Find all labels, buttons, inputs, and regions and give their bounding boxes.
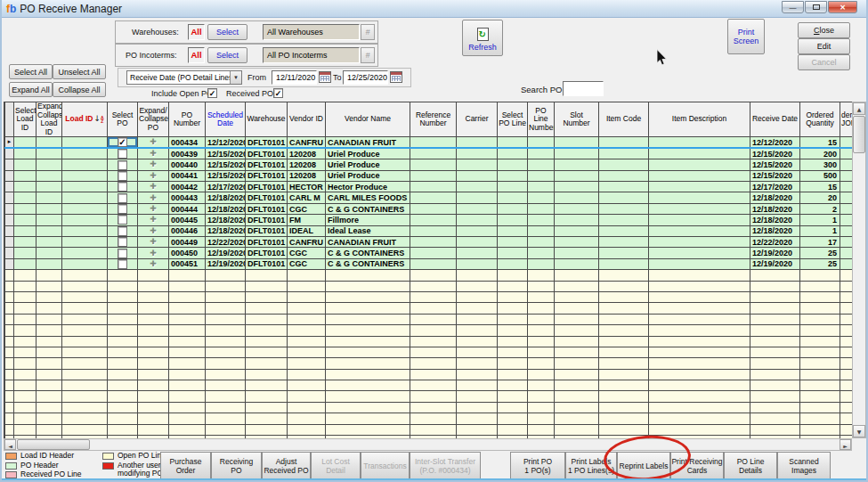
column-header-expand-collapse-po[interactable]: Expand/ Collapse PO [138, 102, 169, 137]
print-labels-1-po-lines-s-button[interactable]: Print Labels1 PO Lines(s) [565, 452, 617, 479]
print-screen-button[interactable]: Print Screen [727, 19, 765, 54]
received-po-checkbox[interactable]: ✓ [273, 88, 283, 98]
column-header-po-number[interactable]: PO Number [169, 102, 206, 137]
select-po-checkbox[interactable] [118, 215, 127, 225]
column-header-item-code[interactable]: Item Code [599, 102, 649, 137]
select-po-checkbox[interactable] [118, 226, 127, 236]
print-po-1-po-s-button[interactable]: Print PO1 PO(s) [510, 452, 565, 479]
adjust-received-po-button[interactable]: AdjustReceived PO [262, 452, 311, 479]
cell-carrier [457, 225, 498, 236]
select-po-checkbox[interactable] [118, 249, 127, 258]
expand-collapse-icon[interactable]: ✚ [150, 204, 157, 214]
po-grid-row[interactable]: ✚ 000444 12/18/2020 DFLT0101 CGC C & G C… [5, 203, 853, 214]
to-date-input[interactable] [343, 70, 388, 85]
select-po-checkbox[interactable] [118, 204, 127, 214]
unselect-all-button[interactable]: Unselect All [53, 64, 106, 79]
column-header-item-description[interactable]: Item Description [649, 102, 750, 137]
select-po-checkbox[interactable] [118, 149, 127, 159]
horizontal-scrollbar[interactable]: ◄ ► [4, 438, 852, 451]
select-po-checkbox[interactable] [118, 237, 127, 247]
expand-collapse-icon[interactable]: ✚ [150, 193, 157, 203]
include-open-po-checkbox[interactable]: ✓ [207, 88, 217, 98]
select-po-checkbox[interactable] [118, 171, 127, 181]
po-grid-row[interactable]: ✚ 000451 12/19/2020 DFLT0101 CGC C & G C… [5, 258, 853, 269]
minimize-button[interactable]: — [782, 1, 804, 13]
column-header-vendor-name[interactable]: Vendor Name [326, 102, 410, 137]
expand-collapse-icon[interactable]: ✚ [150, 182, 157, 192]
column-header-ordered-uom-partial[interactable]: der JOM [840, 102, 853, 137]
select-po-checkbox[interactable] [118, 160, 127, 170]
reprint-labels-button[interactable]: Reprint Labels [617, 452, 670, 479]
collapse-all-button[interactable]: Collapse All [53, 82, 106, 97]
po-line-details-button[interactable]: PO LineDetails [724, 452, 777, 479]
column-header-select-po[interactable]: Select PO [108, 102, 138, 137]
column-header-warehouse[interactable]: Warehouse [246, 102, 288, 137]
column-header-load-id[interactable]: Load ID↓AZ [62, 102, 108, 137]
po-grid-row[interactable]: ✚ 000449 12/22/2020 DFLT0101 CANFRU CANA… [5, 236, 853, 247]
scanned-images-button[interactable]: ScannedImages [777, 452, 831, 479]
po-grid-row[interactable]: ✚ 000445 12/18/2020 DFLT0101 FM Fillmore… [5, 215, 853, 225]
scroll-down-icon[interactable]: ▼ [853, 425, 865, 437]
po-grid-row[interactable]: ✚ 000440 12/15/2020 DFLT0101 120208 Urie… [5, 159, 853, 170]
expand-collapse-icon[interactable]: ✚ [150, 171, 157, 181]
scroll-left-icon[interactable]: ◄ [4, 439, 16, 450]
expand-collapse-icon[interactable]: ✚ [150, 249, 157, 258]
po-grid-row[interactable]: ✚ 000441 12/15/2020 DFLT0101 120208 Urie… [5, 170, 853, 181]
chevron-down-icon[interactable]: ▼ [230, 71, 241, 84]
warehouses-select-button[interactable]: Select [207, 24, 247, 40]
column-header-reference-number[interactable]: Reference Number [410, 102, 457, 137]
expand-collapse-icon[interactable]: ✚ [150, 137, 157, 147]
column-header-vendor-id[interactable]: Vendor ID [288, 102, 326, 137]
vertical-scroll-thumb[interactable] [853, 116, 865, 153]
edit-button[interactable]: Edit [798, 38, 850, 54]
select-po-checkbox[interactable] [118, 193, 127, 203]
date-mode-dropdown[interactable]: Receive Date (PO Detail Lines) ▼ [126, 70, 242, 85]
po-grid-row[interactable]: ► ✓ ✚ 000434 12/12/2020 DFLT0101 CANFRU … [5, 137, 853, 149]
cell-po-line-number [528, 192, 555, 203]
receiving-po-button[interactable]: ReceivingPO [211, 452, 262, 479]
print-receiving-cards-button[interactable]: Print ReceivingCards [670, 452, 724, 479]
column-header-expand-collapse-load-id[interactable]: Expand/ Collapse Load ID [37, 102, 62, 137]
expand-collapse-icon[interactable]: ✚ [150, 259, 157, 269]
po-grid-row[interactable]: ✚ 000450 12/19/2020 DFLT0101 CGC C & G C… [5, 248, 853, 258]
po-grid-row[interactable]: ✚ 000439 12/15/2020 DFLT0101 120208 Urie… [5, 148, 853, 159]
purchase-order-button[interactable]: PurchaseOrder [160, 452, 211, 479]
expand-collapse-icon[interactable]: ✚ [150, 149, 157, 159]
close-window-button[interactable]: ✕ [828, 1, 857, 13]
select-po-checkbox[interactable]: ✓ [118, 137, 127, 147]
maximize-button[interactable] [805, 1, 827, 13]
warehouses-count-button[interactable]: # [361, 24, 375, 40]
column-header-select-po-line[interactable]: Select PO Line [498, 102, 528, 137]
incoterms-count-button[interactable]: # [361, 47, 375, 63]
po-grid-row[interactable]: ✚ 000443 12/18/2020 DFLT0101 CARL M CARL… [5, 192, 853, 203]
scroll-right-icon[interactable]: ► [840, 439, 851, 450]
incoterms-select-button[interactable]: Select [207, 47, 247, 63]
column-header-slot-number[interactable]: Slot Number [555, 102, 599, 137]
search-po-input[interactable] [563, 81, 604, 96]
vertical-scrollbar[interactable]: ▲ ▼ [852, 102, 866, 438]
select-po-checkbox[interactable] [118, 259, 127, 269]
refresh-button[interactable]: ↻ Refresh [462, 20, 503, 56]
expand-collapse-icon[interactable]: ✚ [150, 226, 157, 236]
po-grid-row[interactable]: ✚ 000446 12/18/2020 DFLT0101 IDEAL Ideal… [5, 225, 853, 236]
column-header-scheduled-date[interactable]: Scheduled Date [206, 102, 246, 137]
to-calendar-icon[interactable] [390, 71, 402, 83]
column-header-select-load-id[interactable]: Select Load ID [14, 102, 37, 137]
expand-collapse-icon[interactable]: ✚ [150, 215, 157, 225]
close-button[interactable]: Close [798, 22, 850, 38]
column-header-receive-date[interactable]: Receive Date [750, 102, 800, 137]
horizontal-scroll-thumb[interactable] [17, 439, 90, 450]
column-header-po-line-number[interactable]: PO Line Number [528, 102, 555, 137]
expand-collapse-icon[interactable]: ✚ [150, 237, 157, 247]
from-date-input[interactable] [272, 70, 317, 85]
select-all-button[interactable]: Select All [9, 64, 53, 79]
expand-collapse-icon[interactable]: ✚ [150, 159, 157, 169]
po-grid-row[interactable]: ✚ 000442 12/17/2020 DFLT0101 HECTOR Hect… [5, 182, 853, 192]
expand-all-button[interactable]: Expand All [9, 82, 53, 97]
select-po-checkbox[interactable] [118, 182, 127, 192]
column-header-ordered-quantity[interactable]: Ordered Quantity [800, 102, 840, 137]
title-bar[interactable]: fb PO Receive Manager — ✕ [2, 0, 866, 18]
column-header-carrier[interactable]: Carrier [457, 102, 498, 137]
from-calendar-icon[interactable] [319, 71, 331, 83]
scroll-up-icon[interactable]: ▲ [853, 102, 865, 115]
